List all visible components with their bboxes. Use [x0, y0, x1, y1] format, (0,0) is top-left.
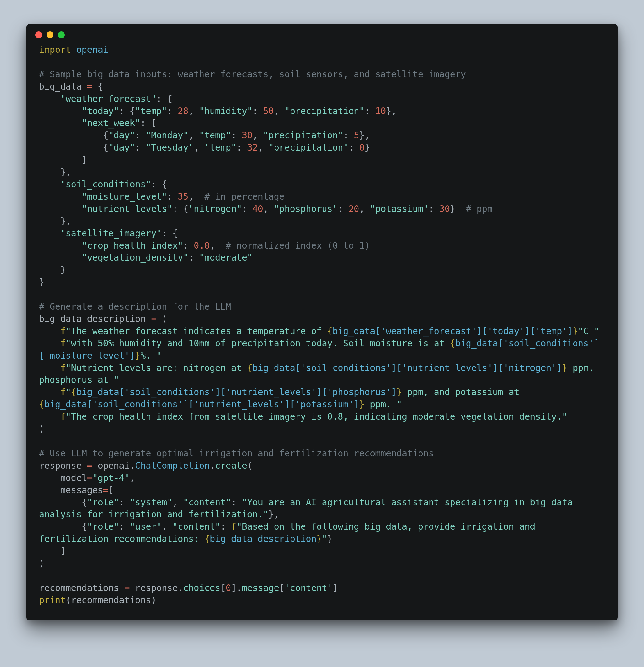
comment: # in percentage — [204, 192, 285, 202]
dict-key: "satellite_imagery" — [60, 228, 162, 239]
comment: # normalized index (0 to 1) — [226, 241, 370, 251]
fstring: ppm. " — [365, 399, 402, 410]
num: 10 — [375, 106, 386, 116]
identifier: big_data_description — [39, 314, 151, 324]
fstring: ppm, and potassium at — [402, 387, 525, 397]
dict-key: "crop_health_index" — [82, 241, 183, 251]
fstring: "The weather forecast indicates a temper… — [66, 326, 327, 336]
dict-key: "soil_conditions" — [60, 179, 151, 190]
num: 5 — [354, 130, 359, 141]
op-eq: = — [151, 314, 156, 324]
brace: } — [573, 326, 578, 336]
num: 40 — [253, 204, 263, 214]
brace: } — [359, 399, 365, 410]
brace: { — [450, 338, 455, 348]
class: ChatCompletion — [135, 460, 210, 471]
comment: # Generate a description for the LLM — [39, 302, 231, 312]
num: 30 — [242, 130, 253, 141]
dict-key: "nutrient_levels" — [82, 204, 173, 214]
op-eq: = — [87, 81, 93, 92]
fprefix: f — [60, 363, 66, 373]
brace: { — [247, 363, 253, 373]
brace: } — [562, 363, 567, 373]
window-titlebar — [27, 24, 617, 40]
comment: # Use LLM to generate optimal irrigation… — [39, 448, 434, 459]
brace: { — [39, 399, 44, 410]
str: "Monday" — [146, 130, 188, 141]
dict-key: "today" — [82, 106, 119, 116]
fprefix: f — [60, 326, 66, 336]
num: 20 — [349, 204, 359, 214]
dict-key: "temp" — [135, 106, 167, 116]
dict-key: "content" — [183, 497, 231, 508]
brace: { — [204, 534, 210, 544]
num: 32 — [247, 142, 258, 153]
identifier: big_data — [39, 81, 87, 92]
num: 28 — [178, 106, 188, 116]
close-icon[interactable] — [35, 31, 42, 38]
dict-key: "role" — [87, 521, 119, 532]
fprefix: f — [231, 521, 237, 532]
op-eq: = — [103, 485, 109, 495]
identifier: recommendations — [71, 595, 151, 605]
op-eq: = — [87, 460, 93, 471]
kwarg: messages — [60, 485, 103, 495]
num: 0 — [359, 142, 365, 153]
dict-key: "precipitation" — [285, 106, 365, 116]
op-eq: = — [125, 583, 130, 593]
kwarg: model — [60, 473, 87, 483]
num: 50 — [263, 106, 274, 116]
interp: big_data['weather_forecast']['today']['t… — [332, 326, 573, 336]
brace: { — [327, 326, 332, 336]
dict-key: "humidity" — [199, 106, 253, 116]
dict-key: "phosphorus" — [274, 204, 338, 214]
num: 30 — [439, 204, 450, 214]
brace: { — [71, 387, 76, 397]
str: "Tuesday" — [146, 142, 194, 153]
comment: # Sample big data inputs: weather foreca… — [39, 69, 466, 80]
prop: choices — [183, 583, 221, 593]
method: create — [215, 460, 247, 471]
dict-key: "nitrogen" — [188, 204, 242, 214]
num: 0 — [226, 583, 231, 593]
num: 0.8 — [194, 241, 210, 251]
fstring: %. " — [140, 351, 162, 361]
brace: } — [316, 534, 322, 544]
str: "user" — [130, 521, 162, 532]
zoom-icon[interactable] — [58, 31, 65, 38]
identifier: response — [39, 460, 87, 471]
interp: big_data['soil_conditions']['nutrient_le… — [253, 363, 562, 373]
identifier: response — [135, 583, 178, 593]
identifier: recommendations — [39, 583, 125, 593]
str: "gpt-4" — [93, 473, 130, 483]
fstring: " — [66, 387, 71, 397]
dict-key: "temp" — [204, 142, 237, 153]
fn-print: print — [39, 595, 66, 605]
minimize-icon[interactable] — [47, 31, 53, 38]
code-block: import openai # Sample big data inputs: … — [27, 40, 617, 620]
str: "moderate" — [199, 253, 253, 263]
dict-key: "content" — [172, 521, 221, 532]
brace: { — [93, 81, 103, 92]
dict-key: "precipitation" — [263, 130, 343, 141]
str: "system" — [130, 497, 173, 508]
fstring: "The crop health index from satellite im… — [66, 411, 567, 422]
kw-import: import — [39, 45, 71, 55]
identifier: openai — [98, 460, 130, 471]
fprefix: f — [60, 338, 66, 348]
brace: } — [397, 387, 402, 397]
num: 35 — [178, 192, 188, 202]
dict-key: "temp" — [199, 130, 231, 141]
interp: big_data['soil_conditions']['nutrient_le… — [76, 387, 397, 397]
fstring: " — [322, 534, 327, 544]
dict-key: "potassium" — [370, 204, 429, 214]
dict-key: "moisture_level" — [82, 192, 167, 202]
code-window: import openai # Sample big data inputs: … — [27, 24, 617, 620]
op-eq: = — [87, 473, 93, 483]
dict-key: "next_week" — [82, 118, 141, 128]
fprefix: f — [60, 387, 66, 397]
comment: # ppm — [466, 204, 493, 214]
dict-key: "day" — [109, 142, 135, 153]
dict-key: "day" — [109, 130, 135, 141]
dict-key: "role" — [87, 497, 119, 508]
